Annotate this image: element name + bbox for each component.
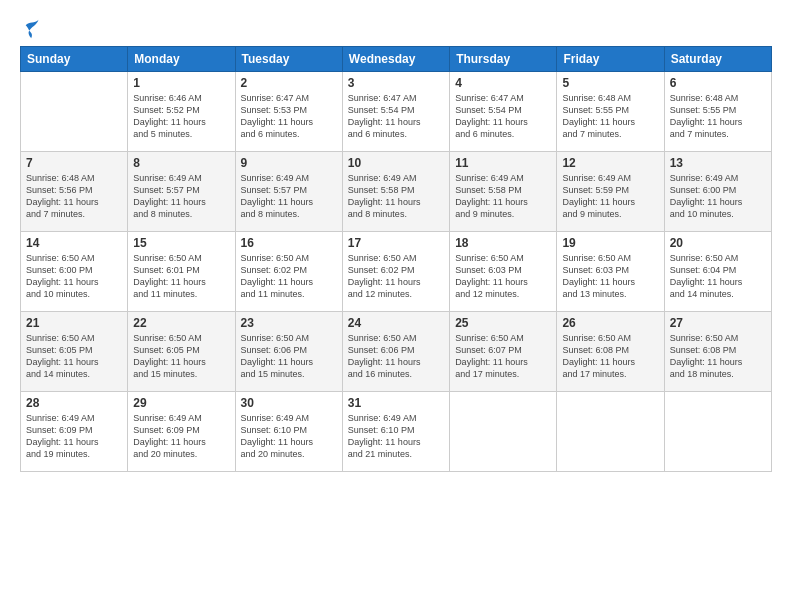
- calendar-cell: [21, 72, 128, 152]
- day-number: 8: [133, 156, 229, 170]
- calendar-cell: 11Sunrise: 6:49 AMSunset: 5:58 PMDayligh…: [450, 152, 557, 232]
- day-info: Sunrise: 6:49 AMSunset: 6:09 PMDaylight:…: [26, 412, 122, 461]
- day-number: 25: [455, 316, 551, 330]
- calendar-cell: 25Sunrise: 6:50 AMSunset: 6:07 PMDayligh…: [450, 312, 557, 392]
- calendar-cell: 19Sunrise: 6:50 AMSunset: 6:03 PMDayligh…: [557, 232, 664, 312]
- day-number: 16: [241, 236, 337, 250]
- calendar-header-tuesday: Tuesday: [235, 47, 342, 72]
- calendar-cell: [450, 392, 557, 472]
- day-info: Sunrise: 6:50 AMSunset: 6:03 PMDaylight:…: [455, 252, 551, 301]
- calendar-cell: 27Sunrise: 6:50 AMSunset: 6:08 PMDayligh…: [664, 312, 771, 392]
- day-info: Sunrise: 6:47 AMSunset: 5:53 PMDaylight:…: [241, 92, 337, 141]
- page: SundayMondayTuesdayWednesdayThursdayFrid…: [0, 0, 792, 612]
- calendar-cell: 12Sunrise: 6:49 AMSunset: 5:59 PMDayligh…: [557, 152, 664, 232]
- calendar-cell: 3Sunrise: 6:47 AMSunset: 5:54 PMDaylight…: [342, 72, 449, 152]
- day-info: Sunrise: 6:46 AMSunset: 5:52 PMDaylight:…: [133, 92, 229, 141]
- calendar-cell: 6Sunrise: 6:48 AMSunset: 5:55 PMDaylight…: [664, 72, 771, 152]
- logo: [20, 18, 44, 40]
- calendar-header-wednesday: Wednesday: [342, 47, 449, 72]
- day-number: 5: [562, 76, 658, 90]
- day-info: Sunrise: 6:50 AMSunset: 6:02 PMDaylight:…: [241, 252, 337, 301]
- calendar-cell: 10Sunrise: 6:49 AMSunset: 5:58 PMDayligh…: [342, 152, 449, 232]
- calendar-header-sunday: Sunday: [21, 47, 128, 72]
- day-info: Sunrise: 6:48 AMSunset: 5:55 PMDaylight:…: [562, 92, 658, 141]
- day-info: Sunrise: 6:47 AMSunset: 5:54 PMDaylight:…: [455, 92, 551, 141]
- day-number: 9: [241, 156, 337, 170]
- calendar-cell: 17Sunrise: 6:50 AMSunset: 6:02 PMDayligh…: [342, 232, 449, 312]
- day-number: 27: [670, 316, 766, 330]
- day-info: Sunrise: 6:50 AMSunset: 6:05 PMDaylight:…: [133, 332, 229, 381]
- day-info: Sunrise: 6:50 AMSunset: 6:08 PMDaylight:…: [562, 332, 658, 381]
- day-info: Sunrise: 6:50 AMSunset: 6:07 PMDaylight:…: [455, 332, 551, 381]
- calendar-cell: 4Sunrise: 6:47 AMSunset: 5:54 PMDaylight…: [450, 72, 557, 152]
- calendar-cell: 1Sunrise: 6:46 AMSunset: 5:52 PMDaylight…: [128, 72, 235, 152]
- calendar-cell: 13Sunrise: 6:49 AMSunset: 6:00 PMDayligh…: [664, 152, 771, 232]
- calendar-cell: 20Sunrise: 6:50 AMSunset: 6:04 PMDayligh…: [664, 232, 771, 312]
- calendar-cell: 16Sunrise: 6:50 AMSunset: 6:02 PMDayligh…: [235, 232, 342, 312]
- calendar-cell: 14Sunrise: 6:50 AMSunset: 6:00 PMDayligh…: [21, 232, 128, 312]
- day-number: 29: [133, 396, 229, 410]
- calendar-cell: 30Sunrise: 6:49 AMSunset: 6:10 PMDayligh…: [235, 392, 342, 472]
- day-number: 26: [562, 316, 658, 330]
- calendar-table: SundayMondayTuesdayWednesdayThursdayFrid…: [20, 46, 772, 472]
- day-info: Sunrise: 6:50 AMSunset: 6:02 PMDaylight:…: [348, 252, 444, 301]
- calendar-cell: 29Sunrise: 6:49 AMSunset: 6:09 PMDayligh…: [128, 392, 235, 472]
- calendar-week-5: 28Sunrise: 6:49 AMSunset: 6:09 PMDayligh…: [21, 392, 772, 472]
- day-info: Sunrise: 6:50 AMSunset: 6:03 PMDaylight:…: [562, 252, 658, 301]
- header: [20, 18, 772, 40]
- day-info: Sunrise: 6:49 AMSunset: 5:58 PMDaylight:…: [455, 172, 551, 221]
- day-info: Sunrise: 6:50 AMSunset: 6:06 PMDaylight:…: [348, 332, 444, 381]
- day-number: 3: [348, 76, 444, 90]
- day-info: Sunrise: 6:48 AMSunset: 5:55 PMDaylight:…: [670, 92, 766, 141]
- day-number: 12: [562, 156, 658, 170]
- calendar-cell: 15Sunrise: 6:50 AMSunset: 6:01 PMDayligh…: [128, 232, 235, 312]
- calendar-cell: 2Sunrise: 6:47 AMSunset: 5:53 PMDaylight…: [235, 72, 342, 152]
- day-number: 1: [133, 76, 229, 90]
- day-info: Sunrise: 6:49 AMSunset: 5:59 PMDaylight:…: [562, 172, 658, 221]
- calendar-cell: 8Sunrise: 6:49 AMSunset: 5:57 PMDaylight…: [128, 152, 235, 232]
- logo-bird-icon: [22, 18, 44, 40]
- day-info: Sunrise: 6:48 AMSunset: 5:56 PMDaylight:…: [26, 172, 122, 221]
- day-info: Sunrise: 6:50 AMSunset: 6:08 PMDaylight:…: [670, 332, 766, 381]
- day-number: 20: [670, 236, 766, 250]
- day-info: Sunrise: 6:50 AMSunset: 6:06 PMDaylight:…: [241, 332, 337, 381]
- day-number: 2: [241, 76, 337, 90]
- calendar-cell: 5Sunrise: 6:48 AMSunset: 5:55 PMDaylight…: [557, 72, 664, 152]
- calendar-cell: 23Sunrise: 6:50 AMSunset: 6:06 PMDayligh…: [235, 312, 342, 392]
- calendar-cell: 28Sunrise: 6:49 AMSunset: 6:09 PMDayligh…: [21, 392, 128, 472]
- calendar-cell: 24Sunrise: 6:50 AMSunset: 6:06 PMDayligh…: [342, 312, 449, 392]
- calendar-cell: 9Sunrise: 6:49 AMSunset: 5:57 PMDaylight…: [235, 152, 342, 232]
- day-number: 18: [455, 236, 551, 250]
- calendar-cell: 22Sunrise: 6:50 AMSunset: 6:05 PMDayligh…: [128, 312, 235, 392]
- calendar-cell: [664, 392, 771, 472]
- day-info: Sunrise: 6:50 AMSunset: 6:00 PMDaylight:…: [26, 252, 122, 301]
- day-info: Sunrise: 6:49 AMSunset: 6:10 PMDaylight:…: [241, 412, 337, 461]
- day-info: Sunrise: 6:49 AMSunset: 5:57 PMDaylight:…: [133, 172, 229, 221]
- day-info: Sunrise: 6:47 AMSunset: 5:54 PMDaylight:…: [348, 92, 444, 141]
- day-number: 19: [562, 236, 658, 250]
- day-number: 23: [241, 316, 337, 330]
- day-info: Sunrise: 6:50 AMSunset: 6:04 PMDaylight:…: [670, 252, 766, 301]
- day-number: 21: [26, 316, 122, 330]
- day-number: 15: [133, 236, 229, 250]
- day-info: Sunrise: 6:49 AMSunset: 6:10 PMDaylight:…: [348, 412, 444, 461]
- day-info: Sunrise: 6:49 AMSunset: 6:09 PMDaylight:…: [133, 412, 229, 461]
- day-number: 14: [26, 236, 122, 250]
- day-number: 11: [455, 156, 551, 170]
- calendar-cell: 26Sunrise: 6:50 AMSunset: 6:08 PMDayligh…: [557, 312, 664, 392]
- day-number: 28: [26, 396, 122, 410]
- calendar-header-friday: Friday: [557, 47, 664, 72]
- day-number: 13: [670, 156, 766, 170]
- day-number: 17: [348, 236, 444, 250]
- day-number: 31: [348, 396, 444, 410]
- day-info: Sunrise: 6:50 AMSunset: 6:01 PMDaylight:…: [133, 252, 229, 301]
- day-number: 30: [241, 396, 337, 410]
- calendar-header-thursday: Thursday: [450, 47, 557, 72]
- day-info: Sunrise: 6:49 AMSunset: 5:58 PMDaylight:…: [348, 172, 444, 221]
- calendar-header-row: SundayMondayTuesdayWednesdayThursdayFrid…: [21, 47, 772, 72]
- calendar-cell: 18Sunrise: 6:50 AMSunset: 6:03 PMDayligh…: [450, 232, 557, 312]
- calendar-cell: 21Sunrise: 6:50 AMSunset: 6:05 PMDayligh…: [21, 312, 128, 392]
- day-number: 24: [348, 316, 444, 330]
- day-number: 7: [26, 156, 122, 170]
- calendar-week-3: 14Sunrise: 6:50 AMSunset: 6:00 PMDayligh…: [21, 232, 772, 312]
